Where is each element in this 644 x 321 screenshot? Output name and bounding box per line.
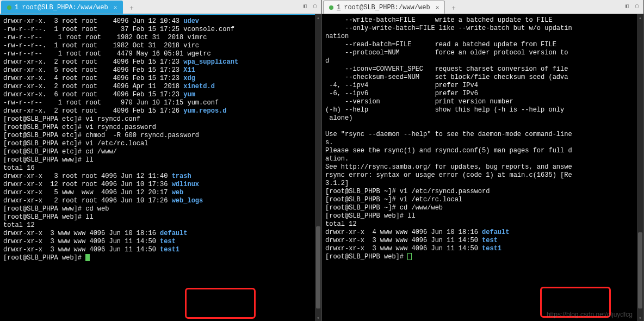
scroll-up-icon[interactable]: ▴ xyxy=(637,14,643,21)
left-window-controls: ◧ ▢ xyxy=(301,2,319,10)
right-terminal[interactable]: --write-batch=FILE write a batched updat… xyxy=(322,14,643,321)
maximize-icon[interactable]: ▢ xyxy=(633,2,641,10)
tab-number: 1 xyxy=(15,4,18,11)
new-tab-button[interactable]: ＋ xyxy=(125,2,138,14)
status-dot-icon xyxy=(329,5,333,10)
left-terminal[interactable]: drwxr-xr-x. 3 root root 4096 Jun 12 10:4… xyxy=(0,14,321,321)
scroll-thumb[interactable] xyxy=(638,232,642,308)
tab-title: root@SLB_PHPB:/www/web xyxy=(344,4,430,11)
scroll-thumb[interactable] xyxy=(316,226,320,308)
scroll-down-icon[interactable]: ▾ xyxy=(637,314,643,321)
left-tab-bar: 1 root@SLB_PHPA:/www/web ✕ ＋ ◧ ▢ xyxy=(0,0,321,14)
split-icon[interactable]: ◧ xyxy=(301,2,309,10)
left-tab-active[interactable]: 1 root@SLB_PHPA:/www/web ✕ xyxy=(1,1,123,14)
tab-number: 1 xyxy=(337,4,340,11)
close-icon[interactable]: ✕ xyxy=(114,4,117,11)
right-tab-bar: 1 root@SLB_PHPB:/www/web ✕ ＋ ◧ ▢ xyxy=(322,0,643,14)
right-terminal-pane: 1 root@SLB_PHPB:/www/web ✕ ＋ ◧ ▢ --write… xyxy=(322,0,644,321)
scroll-up-icon[interactable]: ▴ xyxy=(315,14,321,21)
highlight-box-left xyxy=(185,288,256,319)
split-icon[interactable]: ◧ xyxy=(623,2,631,10)
status-dot-icon xyxy=(7,5,11,10)
maximize-icon[interactable]: ▢ xyxy=(311,2,319,10)
new-tab-button[interactable]: ＋ xyxy=(447,2,460,14)
right-scrollbar[interactable]: ▴ ▾ xyxy=(637,14,643,321)
right-window-controls: ◧ ▢ xyxy=(623,2,641,10)
watermark-text: https://blog.csdn.net/oljuydfcg xyxy=(547,311,633,319)
left-scrollbar[interactable]: ▴ ▾ xyxy=(315,14,321,321)
scroll-down-icon[interactable]: ▾ xyxy=(315,314,321,321)
tab-title: root@SLB_PHPA:/www/web xyxy=(22,4,108,11)
scroll-track[interactable] xyxy=(637,21,643,314)
scroll-track[interactable] xyxy=(315,21,321,314)
right-tab-inactive[interactable]: 1 root@SLB_PHPB:/www/web ✕ xyxy=(323,1,445,14)
close-icon[interactable]: ✕ xyxy=(436,4,439,11)
left-terminal-pane: 1 root@SLB_PHPA:/www/web ✕ ＋ ◧ ▢ drwxr-x… xyxy=(0,0,322,321)
